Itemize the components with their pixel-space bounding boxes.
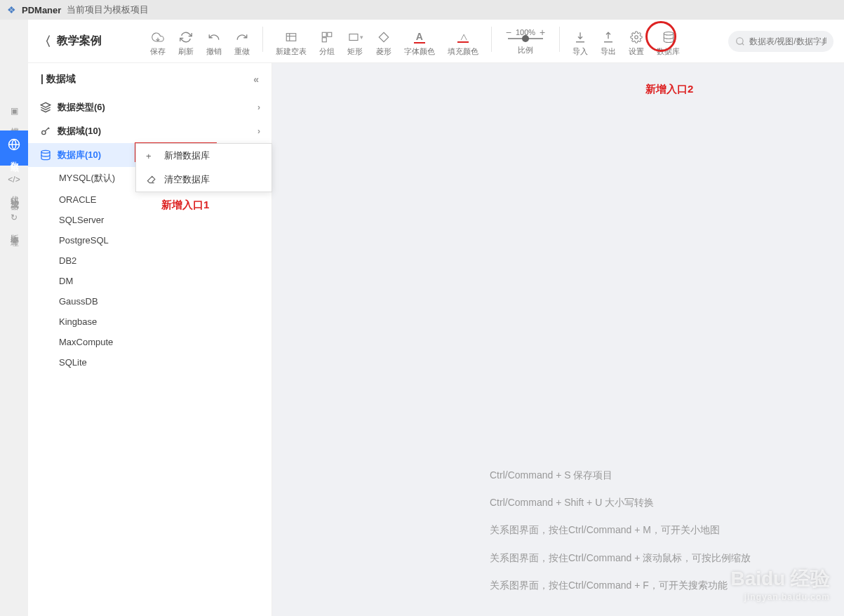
svg-rect-1 (286, 34, 296, 41)
fillcolor-button[interactable]: 填充颜色 (443, 27, 483, 60)
history-icon: ↻ (7, 210, 21, 225)
svg-rect-6 (322, 38, 326, 42)
zoom-slider-track[interactable] (508, 38, 543, 39)
app-name: PDManer (22, 5, 61, 15)
svg-rect-4 (322, 32, 326, 36)
undo-button[interactable]: 撤销 (202, 27, 226, 60)
rhombus-button[interactable]: 菱形 (372, 27, 396, 60)
back-button[interactable]: 〈 教学案例 (39, 33, 102, 50)
export-button[interactable]: 导出 (596, 27, 620, 60)
database-icon (662, 29, 675, 45)
svg-rect-5 (327, 32, 331, 36)
newtable-button[interactable]: 新建空表 (272, 27, 311, 60)
layers-icon (39, 102, 52, 113)
key-icon (39, 126, 52, 137)
canvas[interactable]: 新增入口2 Ctrl/Command + S 保存项目 Ctrl/Command… (272, 63, 844, 616)
refresh-icon (180, 29, 192, 45)
db-item[interactable]: SQLite (28, 352, 272, 373)
group-button[interactable]: 分组 (315, 27, 339, 60)
refresh-button[interactable]: 刷新 (174, 27, 198, 60)
db-item[interactable]: DM (28, 271, 272, 291)
vnav-codegen[interactable]: </> 代码生成器 (0, 166, 28, 203)
svg-point-9 (635, 36, 638, 39)
cloud-save-icon (151, 29, 165, 45)
cube-icon: ▣ (7, 104, 21, 118)
eraser-icon (146, 175, 157, 185)
ctx-clear-database[interactable]: 清空数据库 (136, 168, 272, 192)
table-icon (285, 29, 297, 45)
sidebar-header: | 数据域 « (28, 63, 272, 95)
search-input[interactable] (749, 36, 826, 46)
font-color-icon: A (414, 29, 425, 45)
sidebar: | 数据域 « 数据类型(6) › 数据域(10) › 数据库(10) ⌄ (28, 63, 272, 616)
redo-icon (236, 29, 248, 45)
db-item[interactable]: MaxCompute (28, 332, 272, 352)
gear-icon (630, 29, 643, 45)
svg-point-17 (41, 150, 50, 153)
page-title: 教学案例 (57, 34, 102, 48)
db-item[interactable]: SQLServer (28, 210, 272, 230)
code-icon: </> (7, 173, 21, 187)
titlebar: ❖ PDManer 当前项目为模板项目 (0, 0, 844, 20)
svg-line-16 (48, 128, 49, 128)
search-icon (735, 36, 745, 46)
db-item[interactable]: ORACLE (28, 189, 272, 210)
svg-point-11 (737, 37, 743, 43)
chevron-right-icon: › (257, 102, 260, 112)
globe-icon (7, 138, 21, 152)
rhombus-icon (377, 29, 390, 45)
rectangle-icon: ▾ (347, 29, 363, 45)
db-item[interactable]: PostgreSQL (28, 230, 272, 250)
toolbar: 保存 刷新 撤销 重做 新建空表 (102, 22, 728, 60)
import-button[interactable]: 导入 (568, 27, 592, 60)
context-menu: + 新增数据库 清空数据库 (135, 143, 272, 192)
save-button[interactable]: 保存 (146, 27, 170, 60)
ctx-add-database[interactable]: + 新增数据库 (136, 144, 272, 168)
db-item[interactable]: DB2 (28, 250, 272, 271)
database-button[interactable]: 数据库 (652, 27, 684, 60)
tree-datadomain[interactable]: 数据域(10) › (28, 119, 272, 143)
header-row: 〈 教学案例 保存 刷新 撤销 重做 (28, 20, 844, 63)
svg-point-14 (42, 130, 46, 134)
fill-color-icon (457, 29, 469, 45)
vnav-model[interactable]: ▣ 模型 (0, 97, 28, 130)
chevron-left-icon: 〈 (39, 33, 51, 50)
zoom-control[interactable]: − 100% + 比例 (500, 27, 551, 55)
fontcolor-button[interactable]: A 字体颜色 (400, 27, 439, 60)
undo-icon (208, 29, 220, 45)
annotation-entry2: 新增入口2 (645, 83, 693, 96)
tree-datatype[interactable]: 数据类型(6) › (28, 95, 272, 119)
plus-icon: + (146, 151, 157, 161)
export-icon (602, 29, 615, 45)
collapse-icon[interactable]: « (253, 74, 259, 85)
project-subtitle: 当前项目为模板项目 (67, 4, 149, 16)
svg-marker-13 (41, 102, 50, 107)
database-icon (39, 149, 52, 161)
svg-line-12 (742, 43, 744, 45)
group-icon (321, 29, 333, 45)
settings-button[interactable]: 设置 (624, 27, 648, 60)
chevron-right-icon: › (257, 126, 260, 136)
app-logo-icon: ❖ (7, 4, 16, 15)
vertical-nav: ▣ 模型 数据域 </> 代码生成器 ↻ 版本管理 (0, 20, 28, 616)
svg-point-10 (664, 32, 674, 36)
search-box[interactable] (728, 31, 833, 52)
vnav-version[interactable]: ↻ 版本管理 (0, 203, 28, 240)
db-item[interactable]: GaussDB (28, 291, 272, 312)
redo-button[interactable]: 重做 (230, 27, 254, 60)
svg-marker-8 (379, 32, 389, 42)
vnav-datadomain[interactable]: 数据域 (0, 130, 28, 166)
keyboard-hints: Ctrl/Command + S 保存项目 Ctrl/Command + Shi… (490, 462, 751, 599)
db-item[interactable]: Kingbase (28, 312, 272, 332)
import-icon (574, 29, 587, 45)
rect-button[interactable]: ▾ 矩形 (343, 27, 368, 60)
svg-rect-7 (349, 34, 358, 41)
zoom-minus-icon[interactable]: − (506, 27, 511, 38)
zoom-plus-icon[interactable]: + (540, 27, 545, 38)
